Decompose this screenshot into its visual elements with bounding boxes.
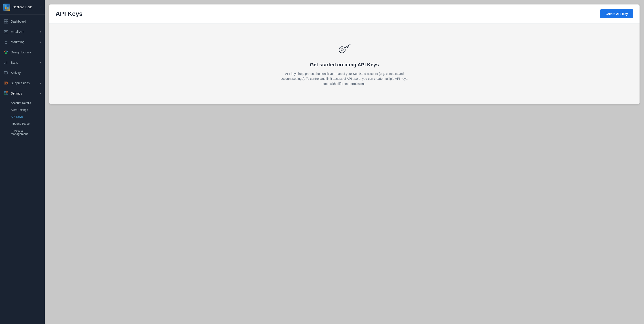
chevron-down-icon: ▾ [40,82,41,85]
sidebar-item-alert-settings[interactable]: Alert Settings [0,106,45,113]
page-header: API Keys Create API Key [49,4,640,23]
svg-rect-7 [6,22,8,23]
sidebar-item-label: Activity [11,71,20,75]
svg-point-12 [5,52,7,54]
svg-rect-20 [4,92,6,93]
svg-point-25 [341,49,343,51]
sidebar-item-stats[interactable]: Stats ▾ [0,57,45,68]
sidebar-item-design-library[interactable]: Design Library [0,47,45,57]
svg-rect-21 [6,92,8,93]
sidebar-item-email-api[interactable]: Email API ▾ [0,26,45,37]
email-api-icon [4,29,8,34]
sidebar-item-activity[interactable]: Activity [0,68,45,78]
svg-rect-5 [6,20,8,21]
sidebar-item-label: Settings [11,92,22,95]
marketing-icon [4,39,8,44]
chevron-down-icon: ▾ [40,61,41,64]
settings-icon [4,91,8,96]
svg-rect-3 [7,7,9,9]
svg-point-24 [339,47,345,53]
create-api-key-button[interactable]: Create API Key [600,9,633,18]
svg-rect-6 [4,22,6,23]
sidebar-item-label: Email API [11,30,24,33]
sidebar-item-label: Design Library [11,50,31,54]
sidebar-item-label: Marketing [11,40,24,44]
design-library-icon [4,50,8,55]
svg-rect-15 [7,61,8,64]
svg-point-9 [5,42,7,43]
dashboard-icon [4,19,8,24]
empty-state-description: API keys help protect the sensitive area… [280,71,409,86]
svg-rect-2 [5,7,7,9]
user-menu[interactable]: Nazlican Berk ▾ [0,0,45,14]
suppressions-icon [4,81,8,86]
sidebar: Nazlican Berk ▾ Dashboard [0,0,45,324]
svg-rect-22 [4,93,6,94]
sidebar-item-label: Stats [11,61,18,64]
svg-rect-4 [4,20,6,21]
empty-state-title: Get started creating API Keys [310,62,379,68]
sidebar-item-settings[interactable]: Settings ▾ [0,88,45,98]
sidebar-item-marketing[interactable]: Marketing ▾ [0,37,45,47]
sidebar-item-label: Suppressions [11,81,30,85]
empty-state: Get started creating API Keys API keys h… [49,23,640,104]
sidebar-nav: Dashboard Email API ▾ Marketing ▾ [0,14,45,324]
settings-sub-nav: Account Details Alert Settings API Keys … [0,98,45,138]
svg-rect-13 [4,63,5,64]
sidebar-item-label: Dashboard [11,20,26,23]
svg-rect-16 [4,71,8,74]
page-title: API Keys [56,10,82,17]
activity-icon [4,70,8,75]
svg-point-11 [6,51,8,52]
chevron-down-icon: ▾ [40,41,41,43]
svg-rect-1 [7,5,9,7]
user-chevron-icon: ▾ [40,5,42,9]
svg-point-10 [4,51,6,52]
sidebar-item-ip-access-management[interactable]: IP Access Management [0,127,45,137]
key-icon [337,41,352,56]
main-content: API Keys Create API Key Get started crea… [45,0,644,324]
svg-rect-0 [5,5,7,7]
svg-rect-17 [4,82,8,84]
username-label: Nazlican Berk [12,5,40,9]
svg-line-27 [348,46,349,47]
svg-line-28 [347,47,348,48]
sidebar-item-api-keys[interactable]: API Keys [0,113,45,120]
svg-rect-8 [4,30,8,33]
chevron-down-icon: ▾ [40,92,41,95]
sidebar-item-account-details[interactable]: Account Details [0,99,45,106]
page-card: API Keys Create API Key Get started crea… [49,4,640,104]
svg-rect-14 [6,62,6,64]
stats-icon [4,60,8,65]
chevron-down-icon: ▾ [40,30,41,33]
sidebar-item-inbound-parse[interactable]: Inbound Parse [0,120,45,127]
sidebar-item-dashboard[interactable]: Dashboard [0,16,45,26]
svg-rect-23 [6,93,8,94]
sidebar-item-suppressions[interactable]: Suppressions ▾ [0,78,45,88]
app-logo [3,3,10,11]
